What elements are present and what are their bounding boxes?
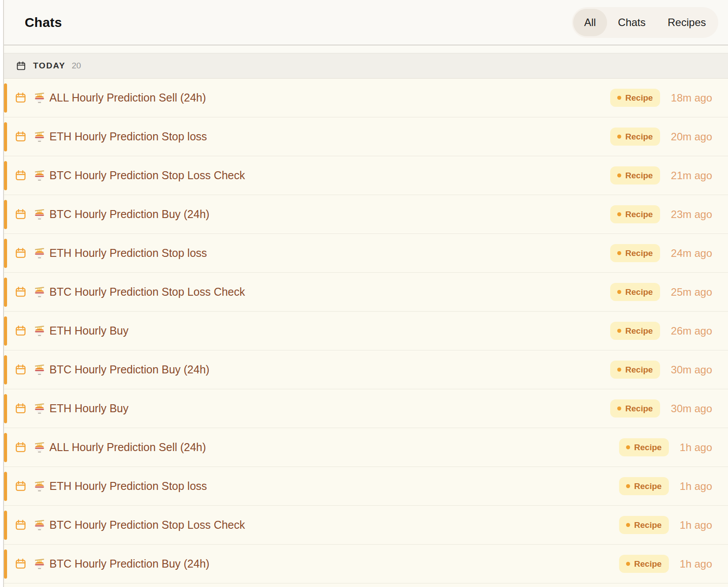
accent-bar	[4, 511, 7, 540]
badge-dot-icon	[617, 329, 621, 333]
filter-segmented-control: All Chats Recipes	[572, 7, 718, 38]
calendar-icon	[15, 364, 26, 376]
timestamp: 1h ago	[680, 480, 712, 493]
calendar-icon	[15, 441, 26, 453]
tab-recipes[interactable]: Recipes	[657, 9, 717, 36]
partial-next-row	[4, 583, 728, 586]
timestamp: 18m ago	[671, 92, 712, 104]
calendar-icon	[16, 61, 26, 71]
timestamp: 30m ago	[671, 364, 712, 376]
steaming-bowl-icon	[34, 286, 45, 298]
section-header-today: TODAY 20	[4, 53, 728, 79]
badge-label: Recipe	[634, 520, 661, 530]
header-gap-strip	[4, 45, 728, 53]
badge-dot-icon	[626, 523, 630, 527]
recipe-badge: Recipe	[610, 399, 660, 418]
timestamp: 20m ago	[671, 131, 712, 143]
accent-bar	[4, 122, 7, 151]
chat-title: BTC Hourly Prediction Buy (24h)	[49, 363, 210, 376]
badge-label: Recipe	[634, 443, 661, 452]
chats-panel: Chats All Chats Recipes TODAY 20	[3, 0, 728, 587]
chat-title: ALL Hourly Prediction Sell (24h)	[49, 91, 206, 104]
chat-list-item[interactable]: ETH Hourly Prediction Stop loss Recipe 1…	[4, 467, 728, 506]
steaming-bowl-icon	[34, 92, 45, 104]
tab-chats[interactable]: Chats	[607, 9, 657, 36]
steaming-bowl-icon	[34, 325, 45, 337]
accent-bar	[4, 161, 7, 190]
badge-label: Recipe	[625, 326, 653, 336]
calendar-icon	[15, 169, 26, 181]
timestamp: 24m ago	[671, 247, 712, 260]
accent-bar	[4, 83, 7, 113]
chat-title: ETH Hourly Prediction Stop loss	[49, 247, 207, 260]
steaming-bowl-icon	[34, 247, 45, 259]
chat-title: ETH Hourly Prediction Stop loss	[49, 480, 207, 493]
steaming-bowl-icon	[34, 403, 45, 414]
badge-label: Recipe	[625, 132, 653, 142]
badge-label: Recipe	[625, 365, 653, 375]
chat-title: ETH Hourly Buy	[49, 324, 128, 337]
chat-list-item[interactable]: BTC Hourly Prediction Buy (24h) Recipe 2…	[4, 195, 728, 234]
recipe-badge: Recipe	[610, 89, 660, 107]
page-title: Chats	[25, 15, 62, 30]
steaming-bowl-icon	[34, 169, 45, 181]
recipe-badge: Recipe	[619, 477, 668, 495]
accent-bar	[4, 278, 7, 307]
tab-all[interactable]: All	[573, 9, 607, 36]
chat-list-item[interactable]: BTC Hourly Prediction Buy (24h) Recipe 1…	[4, 545, 728, 583]
chat-list-item[interactable]: BTC Hourly Prediction Buy (24h) Recipe 3…	[4, 350, 728, 389]
accent-bar	[4, 200, 7, 229]
chat-list-item[interactable]: ETH Hourly Prediction Stop loss Recipe 2…	[4, 117, 728, 156]
chat-list-item[interactable]: BTC Hourly Prediction Stop Loss Check Re…	[4, 506, 728, 545]
timestamp: 1h ago	[680, 519, 712, 531]
calendar-icon	[15, 247, 26, 259]
timestamp: 25m ago	[671, 286, 712, 298]
calendar-icon	[15, 286, 26, 298]
chat-list-item[interactable]: ALL Hourly Prediction Sell (24h) Recipe …	[4, 428, 728, 467]
accent-bar	[4, 394, 7, 423]
calendar-icon	[15, 558, 26, 570]
section-count: 20	[71, 61, 81, 71]
chat-list-item[interactable]: ETH Hourly Prediction Stop loss Recipe 2…	[4, 234, 728, 273]
timestamp: 23m ago	[671, 208, 712, 221]
timestamp: 21m ago	[671, 169, 712, 182]
chat-title: ALL Hourly Prediction Sell (24h)	[49, 441, 206, 454]
steaming-bowl-icon	[34, 208, 45, 220]
badge-dot-icon	[617, 368, 621, 372]
badge-dot-icon	[617, 173, 621, 177]
recipe-badge: Recipe	[610, 283, 660, 301]
chat-list-item[interactable]: ETH Hourly Buy Recipe 30m ago	[4, 389, 728, 428]
badge-dot-icon	[626, 484, 630, 488]
recipe-badge: Recipe	[619, 516, 668, 534]
calendar-icon	[15, 92, 26, 104]
steaming-bowl-icon	[34, 558, 45, 570]
timestamp: 1h ago	[680, 441, 712, 454]
badge-label: Recipe	[625, 404, 653, 414]
steaming-bowl-icon	[34, 441, 45, 453]
chat-list-item[interactable]: BTC Hourly Prediction Stop Loss Check Re…	[4, 156, 728, 195]
chat-title: BTC Hourly Prediction Stop Loss Check	[49, 286, 245, 298]
chat-list-item[interactable]: ALL Hourly Prediction Sell (24h) Recipe …	[4, 79, 728, 117]
chat-title: BTC Hourly Prediction Stop Loss Check	[49, 519, 245, 531]
badge-label: Recipe	[625, 93, 653, 103]
section-label: TODAY	[33, 61, 65, 71]
chat-list-item[interactable]: BTC Hourly Prediction Stop Loss Check Re…	[4, 273, 728, 312]
recipe-badge: Recipe	[610, 128, 660, 146]
chat-title: BTC Hourly Prediction Stop Loss Check	[49, 169, 245, 182]
recipe-badge: Recipe	[619, 555, 668, 573]
recipe-badge: Recipe	[610, 205, 660, 223]
badge-dot-icon	[626, 445, 630, 449]
badge-dot-icon	[617, 135, 621, 139]
calendar-icon	[15, 403, 26, 414]
accent-bar	[4, 472, 7, 501]
calendar-icon	[15, 208, 26, 220]
badge-dot-icon	[617, 290, 621, 294]
calendar-icon	[15, 519, 26, 531]
calendar-icon	[15, 325, 26, 337]
chat-list-item[interactable]: ETH Hourly Buy Recipe 26m ago	[4, 312, 728, 350]
accent-bar	[4, 433, 7, 462]
chat-list: ALL Hourly Prediction Sell (24h) Recipe …	[4, 79, 728, 583]
recipe-badge: Recipe	[610, 361, 660, 379]
timestamp: 26m ago	[671, 325, 712, 337]
timestamp: 1h ago	[680, 558, 712, 570]
